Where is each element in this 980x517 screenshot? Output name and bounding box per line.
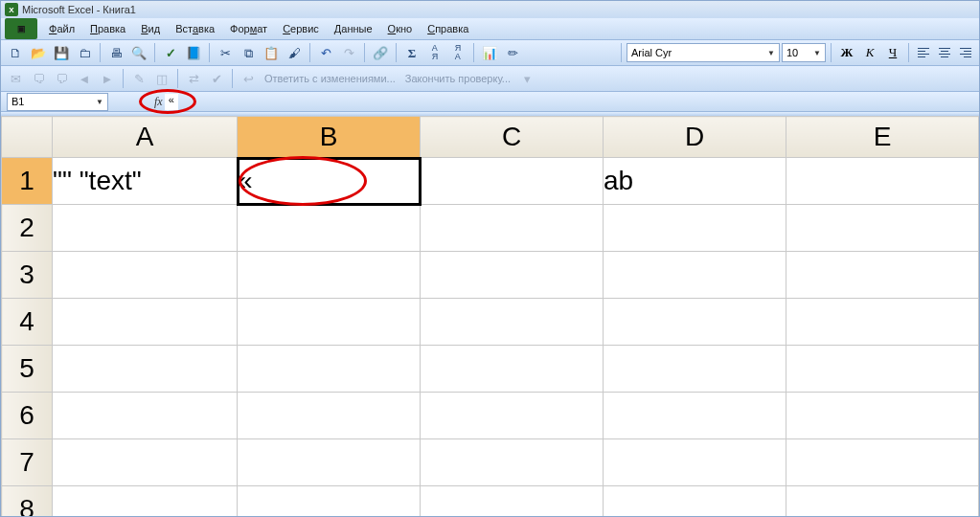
prev-comment-icon[interactable]: ◄ (74, 68, 95, 89)
chart-wizard-icon[interactable]: 📊 (479, 42, 500, 63)
row-header-2[interactable]: 2 (2, 205, 53, 252)
col-header-A[interactable]: A (53, 117, 238, 158)
print-preview-icon[interactable]: 🔍 (128, 42, 149, 63)
track-changes-icon[interactable]: ⇄ (183, 68, 204, 89)
hyperlink-icon[interactable]: 🔗 (370, 42, 391, 63)
cell-E2[interactable] (786, 205, 979, 252)
cell-C7[interactable] (421, 439, 604, 486)
bold-button[interactable]: Ж (836, 42, 857, 63)
cell-C2[interactable] (421, 205, 604, 252)
fx-icon[interactable]: fx (154, 95, 165, 109)
cell-B4[interactable] (238, 299, 421, 346)
cell-E4[interactable] (786, 299, 979, 346)
cell-A2[interactable] (53, 205, 238, 252)
save-icon[interactable]: 💾 (51, 42, 72, 63)
format-painter-icon[interactable]: 🖌 (284, 42, 305, 63)
cell-A4[interactable] (53, 299, 238, 346)
ink-erase-icon[interactable]: ◫ (151, 68, 172, 89)
cell-C6[interactable] (421, 393, 604, 439)
cell-A8[interactable] (53, 486, 238, 518)
ink-icon[interactable]: ✎ (128, 68, 149, 89)
cell-B2[interactable] (238, 205, 421, 252)
cell-A1[interactable]: "" "text" (53, 158, 238, 205)
col-header-E[interactable]: E (786, 117, 979, 158)
research-icon[interactable]: 📘 (183, 42, 204, 63)
row-header-5[interactable]: 5 (2, 346, 53, 393)
cell-A3[interactable] (53, 252, 238, 299)
reply-with-changes-label[interactable]: Ответить с изменениями... (261, 73, 399, 84)
cell-D3[interactable] (604, 252, 786, 299)
row-header-4[interactable]: 4 (2, 299, 53, 346)
cell-C5[interactable] (421, 346, 604, 393)
cell-A5[interactable] (53, 346, 238, 393)
align-center-button[interactable] (935, 43, 954, 62)
cell-D6[interactable] (604, 393, 786, 439)
print-icon[interactable]: 🖶 (105, 42, 126, 63)
cell-A7[interactable] (53, 439, 238, 486)
end-review-label[interactable]: Закончить проверку... (401, 73, 514, 84)
cell-C1[interactable] (421, 158, 604, 205)
cell-C4[interactable] (421, 299, 604, 346)
col-header-C[interactable]: C (421, 117, 604, 158)
cell-C8[interactable] (421, 486, 604, 518)
row-header-7[interactable]: 7 (2, 439, 53, 486)
cell-E7[interactable] (786, 439, 979, 486)
cell-E3[interactable] (786, 252, 979, 299)
cell-E8[interactable] (786, 486, 979, 518)
cell-D8[interactable] (604, 486, 786, 518)
menu-insert[interactable]: Вставка (168, 21, 222, 36)
spellcheck-icon[interactable]: ✓ (160, 42, 181, 63)
toolbar-options-icon[interactable]: ▾ (516, 68, 537, 89)
cell-B5[interactable] (238, 346, 421, 393)
open-icon[interactable]: 📂 (28, 42, 49, 63)
col-header-D[interactable]: D (604, 117, 786, 158)
cell-B8[interactable] (238, 486, 421, 518)
mail-icon[interactable]: ✉ (5, 68, 26, 89)
name-box[interactable]: B1 ▼ (7, 93, 108, 111)
cell-B6[interactable] (238, 393, 421, 439)
redo-icon[interactable]: ↷ (338, 42, 359, 63)
next-comment-icon[interactable]: ► (97, 68, 118, 89)
sort-asc-icon[interactable]: АЯ (424, 42, 445, 63)
cell-D7[interactable] (604, 439, 786, 486)
row-header-6[interactable]: 6 (2, 393, 53, 439)
show-comment-icon[interactable]: 🗩 (51, 68, 72, 89)
cell-D5[interactable] (604, 346, 786, 393)
row-header-1[interactable]: 1 (2, 158, 53, 205)
cell-E1[interactable] (786, 158, 979, 205)
menu-window[interactable]: Окно (380, 21, 421, 36)
menu-edit[interactable]: Правка (82, 21, 133, 36)
accept-change-icon[interactable]: ✔ (206, 68, 227, 89)
new-doc-icon[interactable]: 🗋 (5, 42, 26, 63)
menu-format[interactable]: Формат (222, 21, 275, 36)
align-left-button[interactable] (914, 43, 933, 62)
paste-icon[interactable]: 📋 (261, 42, 282, 63)
cell-B7[interactable] (238, 439, 421, 486)
insert-comment-icon[interactable]: 🗨 (28, 68, 49, 89)
italic-button[interactable]: К (859, 42, 880, 63)
formula-bar-input[interactable]: « (165, 94, 178, 110)
cell-D2[interactable] (604, 205, 786, 252)
align-right-button[interactable] (956, 43, 975, 62)
row-header-8[interactable]: 8 (2, 486, 53, 518)
copy-icon[interactable]: ⧉ (238, 42, 259, 63)
col-header-B[interactable]: B (238, 117, 421, 158)
sort-desc-icon[interactable]: ЯА (447, 42, 468, 63)
font-name-select[interactable]: Arial Cyr ▼ (627, 43, 780, 62)
cell-A6[interactable] (53, 393, 238, 439)
drawing-icon[interactable]: ✏ (502, 42, 523, 63)
font-size-select[interactable]: 10 ▼ (782, 43, 826, 62)
autosum-icon[interactable]: Σ (401, 42, 422, 63)
menu-view[interactable]: Вид (133, 21, 168, 36)
cell-B1[interactable]: « (238, 158, 421, 205)
undo-icon[interactable]: ↶ (315, 42, 336, 63)
cell-E5[interactable] (786, 346, 979, 393)
underline-button[interactable]: Ч (882, 42, 903, 63)
cell-D4[interactable] (604, 299, 786, 346)
cell-E6[interactable] (786, 393, 979, 439)
select-all-corner[interactable] (2, 117, 53, 158)
cell-C3[interactable] (421, 252, 604, 299)
cell-D1[interactable]: ab (604, 158, 786, 205)
cut-icon[interactable]: ✂ (215, 42, 236, 63)
cell-B3[interactable] (238, 252, 421, 299)
